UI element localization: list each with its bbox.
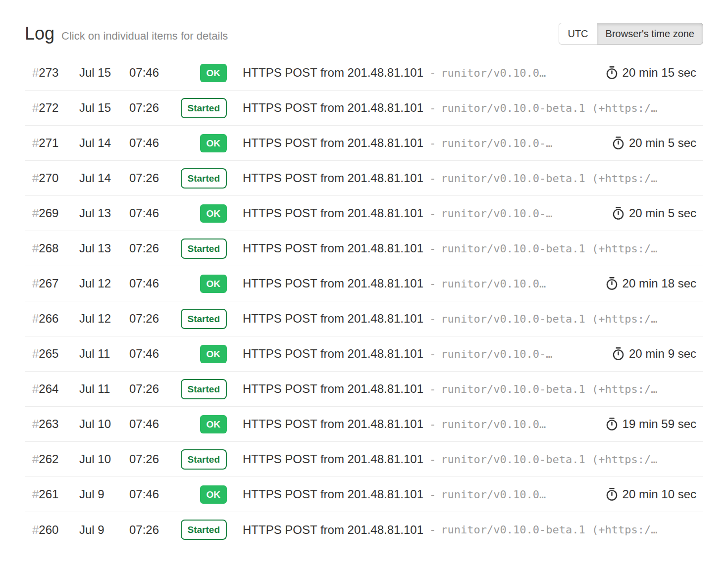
event-agent: runitor/v0.10.0-beta.1 (+https:/…: [441, 172, 657, 185]
event-separator: -: [429, 348, 436, 360]
stopwatch-icon: [612, 347, 624, 361]
status-badge-cell: Started: [175, 98, 227, 118]
event-id-number: 266: [39, 312, 58, 325]
log-row[interactable]: #270 Jul 14 07:26 Started HTTPS POST fro…: [25, 161, 703, 196]
status-badge-cell: OK: [175, 134, 227, 152]
event-description: HTTPS POST from 201.48.81.101: [243, 101, 423, 115]
event-id-hash: #: [32, 171, 39, 185]
event-time: 07:26: [129, 241, 175, 255]
duration-text: 20 min 18 sec: [623, 277, 696, 290]
event-date: Jul 14: [79, 136, 129, 150]
event-agent: runitor/v0.10.0-beta.1 (+https:/…: [441, 453, 657, 466]
stopwatch-icon: [606, 417, 618, 431]
status-badge-cell: Started: [175, 309, 227, 329]
duration-text: 20 min 5 sec: [629, 136, 696, 150]
event-date: Jul 12: [79, 277, 129, 290]
event-id-number: 264: [39, 382, 58, 395]
event-time: 07:46: [129, 487, 175, 501]
timezone-browser-button[interactable]: Browser's time zone: [597, 23, 703, 45]
event-description: HTTPS POST from 201.48.81.101: [243, 171, 423, 185]
timezone-utc-button[interactable]: UTC: [559, 23, 597, 45]
status-badge-cell: OK: [175, 64, 227, 82]
log-row[interactable]: #263 Jul 10 07:46 OK HTTPS POST from 201…: [25, 407, 703, 442]
event-id-hash: #: [32, 452, 39, 466]
log-row[interactable]: #268 Jul 13 07:26 Started HTTPS POST fro…: [25, 231, 703, 266]
status-badge-cell: OK: [175, 415, 227, 433]
stopwatch-icon: [612, 206, 624, 220]
event-id-number: 270: [39, 171, 58, 185]
event-id: #270: [32, 171, 79, 185]
log-row[interactable]: #266 Jul 12 07:26 Started HTTPS POST fro…: [25, 301, 703, 336]
event-time: 07:46: [129, 347, 175, 361]
event-id: #273: [32, 66, 79, 80]
event-summary: HTTPS POST from 201.48.81.101 - runitor/…: [243, 66, 696, 80]
status-badge: OK: [200, 204, 227, 223]
event-description: HTTPS POST from 201.48.81.101: [243, 382, 423, 396]
event-time: 07:46: [129, 136, 175, 150]
log-row[interactable]: #261 Jul 9 07:46 OK HTTPS POST from 201.…: [25, 477, 703, 512]
event-summary: HTTPS POST from 201.48.81.101 - runitor/…: [243, 523, 696, 537]
event-summary: HTTPS POST from 201.48.81.101 - runitor/…: [243, 136, 696, 150]
event-date: Jul 12: [79, 312, 129, 326]
status-badge: OK: [200, 134, 227, 152]
event-description: HTTPS POST from 201.48.81.101: [243, 347, 423, 361]
event-time: 07:26: [129, 382, 175, 396]
log-row[interactable]: #273 Jul 15 07:46 OK HTTPS POST from 201…: [25, 55, 703, 91]
log-row[interactable]: #260 Jul 9 07:26 Started HTTPS POST from…: [25, 512, 703, 547]
status-badge-cell: OK: [175, 204, 227, 223]
event-id: #268: [32, 241, 79, 255]
status-badge: OK: [200, 275, 227, 293]
status-badge: Started: [181, 449, 227, 470]
event-description: HTTPS POST from 201.48.81.101: [243, 487, 423, 501]
status-badge: Started: [181, 238, 227, 259]
event-agent: runitor/v0.10.0-beta.1 (+https:/…: [441, 524, 657, 536]
event-duration: 20 min 18 sec: [594, 277, 696, 290]
event-time: 07:46: [129, 417, 175, 431]
event-date: Jul 14: [79, 171, 129, 185]
event-agent: runitor/v0.10.0-beta.1 (+https:/…: [441, 102, 657, 114]
event-separator: -: [429, 137, 436, 149]
event-agent: runitor/v0.10.0-beta.1 (+https:/…: [441, 313, 657, 325]
log-row[interactable]: #265 Jul 11 07:46 OK HTTPS POST from 201…: [25, 336, 703, 372]
event-id: #260: [32, 523, 79, 537]
event-id: #269: [32, 206, 79, 220]
event-time: 07:46: [129, 277, 175, 290]
status-badge: OK: [200, 345, 227, 363]
stopwatch-icon: [606, 277, 618, 290]
event-date: Jul 13: [79, 241, 129, 255]
event-id-hash: #: [32, 101, 39, 114]
event-description: HTTPS POST from 201.48.81.101: [243, 452, 423, 466]
event-date: Jul 10: [79, 452, 129, 466]
event-date: Jul 9: [79, 487, 129, 501]
event-separator: -: [429, 102, 436, 114]
event-summary: HTTPS POST from 201.48.81.101 - runitor/…: [243, 417, 696, 431]
log-row[interactable]: #262 Jul 10 07:26 Started HTTPS POST fro…: [25, 442, 703, 477]
event-id-hash: #: [32, 312, 39, 325]
event-agent: runitor/v0.10.0-…: [441, 207, 552, 220]
duration-text: 20 min 15 sec: [623, 66, 696, 80]
event-id-hash: #: [32, 277, 39, 290]
event-agent: runitor/v0.10.0…: [441, 418, 546, 430]
duration-text: 20 min 10 sec: [623, 487, 696, 501]
page-subtitle: Click on individual items for details: [61, 30, 228, 43]
log-row[interactable]: #267 Jul 12 07:46 OK HTTPS POST from 201…: [25, 266, 703, 301]
log-row[interactable]: #269 Jul 13 07:46 OK HTTPS POST from 201…: [25, 196, 703, 231]
event-duration: 20 min 5 sec: [600, 206, 696, 220]
event-id-hash: #: [32, 523, 39, 536]
log-row[interactable]: #264 Jul 11 07:26 Started HTTPS POST fro…: [25, 372, 703, 407]
event-id-hash: #: [32, 417, 39, 430]
event-description: HTTPS POST from 201.48.81.101: [243, 312, 423, 326]
status-badge: Started: [181, 379, 227, 399]
log-row[interactable]: #271 Jul 14 07:46 OK HTTPS POST from 201…: [25, 126, 703, 161]
status-badge-cell: OK: [175, 345, 227, 363]
log-row[interactable]: #272 Jul 15 07:26 Started HTTPS POST fro…: [25, 91, 703, 126]
status-badge-cell: Started: [175, 168, 227, 189]
event-summary: HTTPS POST from 201.48.81.101 - runitor/…: [243, 347, 696, 361]
log-list: #273 Jul 15 07:46 OK HTTPS POST from 201…: [25, 55, 703, 547]
event-duration: 20 min 10 sec: [594, 487, 696, 501]
event-id-number: 269: [39, 206, 58, 220]
event-id-number: 271: [39, 136, 58, 149]
event-id-number: 267: [39, 277, 58, 290]
event-separator: -: [429, 242, 436, 255]
status-badge: OK: [200, 485, 227, 504]
